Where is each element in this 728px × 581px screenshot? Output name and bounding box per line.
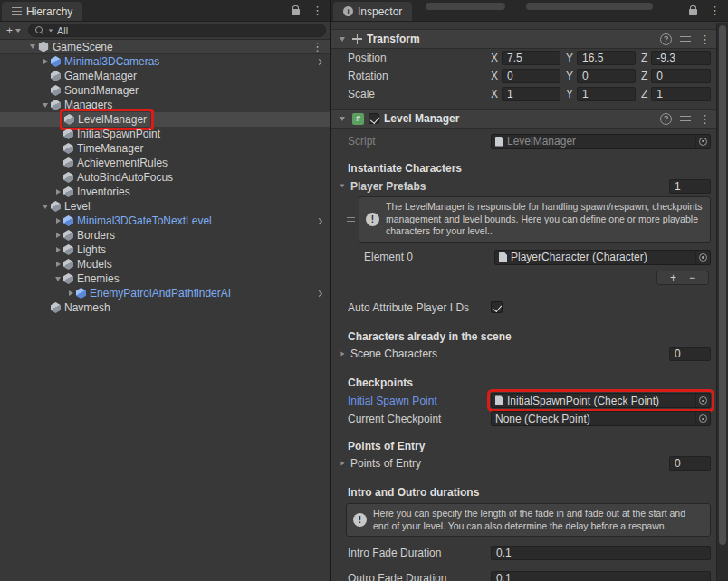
- points-of-entry-size-field[interactable]: [669, 456, 711, 471]
- initial-spawn-label[interactable]: Initial Spawn Point: [348, 395, 485, 407]
- object-picker-button[interactable]: [695, 412, 710, 425]
- hierarchy-search[interactable]: [28, 24, 326, 37]
- axis-x-label[interactable]: X: [491, 52, 498, 64]
- tree-item-autobindautofocus[interactable]: AutoBindAutoFocus: [0, 170, 330, 185]
- outro-fade-label[interactable]: Outro Fade Duration: [348, 572, 485, 581]
- tab-inspector[interactable]: i Inspector: [333, 2, 412, 21]
- lock-icon[interactable]: [689, 9, 697, 15]
- tree-item-minimal3dcameras[interactable]: Minimal3DCameras: [0, 54, 330, 69]
- foldout-arrow[interactable]: [337, 351, 348, 357]
- tree-item-timemanager[interactable]: TimeManager: [0, 141, 330, 156]
- tree-item-enemies[interactable]: Enemies: [0, 271, 330, 286]
- tree-item-inventories[interactable]: Inventories: [0, 185, 330, 199]
- level-manager-component-header[interactable]: # Level Manager ? ⋮: [331, 109, 716, 129]
- remove-element-button[interactable]: −: [689, 272, 695, 283]
- axis-x-label[interactable]: X: [491, 88, 498, 100]
- prefab-open-chevron-icon[interactable]: [316, 217, 322, 224]
- axis-z-label[interactable]: Z: [641, 52, 647, 64]
- auto-attribute-label[interactable]: Auto Attribute Player I Ds: [348, 301, 485, 314]
- points-of-entry-foldout[interactable]: Points of Entry: [331, 455, 716, 472]
- intro-fade-label[interactable]: Intro Fade Duration: [348, 547, 485, 559]
- auto-attribute-checkbox[interactable]: [491, 301, 503, 313]
- component-kebab-icon[interactable]: ⋮: [699, 33, 711, 45]
- hierarchy-search-input[interactable]: [57, 25, 319, 36]
- rotation-label[interactable]: Rotation: [348, 70, 485, 82]
- component-enabled-checkbox[interactable]: [369, 113, 379, 124]
- foldout-arrow[interactable]: [53, 247, 63, 252]
- tree-item-levelmanager[interactable]: LevelManager: [0, 112, 330, 127]
- rotation-y-field[interactable]: [577, 69, 636, 83]
- player-prefabs-foldout[interactable]: Player Prefabs: [331, 177, 716, 195]
- tree-item-navmesh[interactable]: Navmesh: [0, 300, 330, 315]
- tree-item-soundmanager[interactable]: SoundManager: [0, 83, 330, 98]
- foldout-arrow[interactable]: [65, 290, 76, 296]
- scene-kebab-icon[interactable]: ⋮: [311, 41, 323, 52]
- kebab-menu-icon[interactable]: ⋮: [709, 5, 721, 16]
- inspector-scrollbar[interactable]: [716, 23, 728, 581]
- rotation-z-field[interactable]: [651, 69, 711, 83]
- element0-object-field[interactable]: PlayerCharacter (Character): [494, 250, 711, 265]
- foldout-arrow[interactable]: [40, 59, 51, 64]
- object-picker-button[interactable]: [695, 251, 710, 264]
- axis-y-label[interactable]: Y: [566, 70, 573, 82]
- axis-z-label[interactable]: Z: [641, 88, 647, 100]
- foldout-arrow[interactable]: [337, 184, 348, 188]
- tree-item-borders[interactable]: Borders: [0, 228, 330, 243]
- foldout-arrow[interactable]: [337, 37, 348, 42]
- foldout-arrow[interactable]: [27, 44, 38, 49]
- position-z-field[interactable]: [651, 51, 711, 65]
- rotation-x-field[interactable]: [502, 69, 560, 83]
- position-x-field[interactable]: [502, 51, 560, 65]
- scene-characters-size-field[interactable]: [669, 347, 711, 361]
- component-kebab-icon[interactable]: ⋮: [699, 113, 711, 125]
- help-icon[interactable]: ?: [660, 33, 672, 45]
- foldout-arrow[interactable]: [337, 117, 348, 121]
- scale-z-field[interactable]: [651, 87, 711, 101]
- lock-icon[interactable]: [292, 9, 300, 15]
- presets-icon[interactable]: [680, 114, 691, 123]
- kebab-menu-icon[interactable]: ⋮: [311, 5, 323, 16]
- add-element-button[interactable]: +: [670, 272, 676, 283]
- current-checkpoint-label[interactable]: Current Checkpoint: [348, 413, 485, 425]
- axis-y-label[interactable]: Y: [566, 52, 573, 64]
- scale-label[interactable]: Scale: [348, 88, 485, 100]
- prefab-open-chevron-icon[interactable]: [316, 58, 322, 64]
- foldout-arrow[interactable]: [53, 262, 63, 267]
- tree-item-level[interactable]: Level: [0, 199, 330, 214]
- tree-item-initialspawnpoint[interactable]: InitialSpawnPoint: [0, 127, 330, 141]
- intro-fade-field[interactable]: [491, 546, 711, 560]
- object-picker-button[interactable]: [695, 394, 710, 407]
- current-checkpoint-object-field[interactable]: None (Check Point): [491, 411, 711, 426]
- axis-y-label[interactable]: Y: [566, 88, 573, 100]
- object-picker-button[interactable]: [695, 135, 710, 148]
- foldout-arrow[interactable]: [53, 277, 63, 281]
- add-object-button[interactable]: +: [5, 24, 23, 37]
- scrollbar-thumb[interactable]: [719, 25, 726, 545]
- foldout-arrow[interactable]: [53, 233, 63, 238]
- scene-row[interactable]: GameScene ⋮: [0, 40, 330, 54]
- prefab-open-chevron-icon[interactable]: [316, 290, 322, 296]
- player-prefabs-size-field[interactable]: [669, 179, 711, 194]
- foldout-arrow[interactable]: [53, 218, 63, 224]
- script-object-field[interactable]: LevelManager: [491, 134, 711, 149]
- element0-label[interactable]: Element 0: [364, 251, 491, 263]
- tree-item-models[interactable]: Models: [0, 257, 330, 271]
- tree-item-enemypatrol[interactable]: EnemyPatrolAndPathfinderAI: [0, 286, 330, 300]
- axis-z-label[interactable]: Z: [641, 70, 647, 82]
- position-label[interactable]: Position: [348, 52, 485, 64]
- outro-fade-field[interactable]: [491, 571, 711, 581]
- presets-icon[interactable]: [680, 34, 691, 43]
- foldout-arrow[interactable]: [40, 205, 51, 209]
- tree-item-achievementrules[interactable]: AchievementRules: [0, 156, 330, 170]
- tree-item-lights[interactable]: Lights: [0, 243, 330, 257]
- scale-y-field[interactable]: [577, 87, 636, 101]
- tree-item-minimal3dgate[interactable]: Minimal3DGateToNextLevel: [0, 214, 330, 228]
- drag-handle-icon[interactable]: [346, 196, 356, 243]
- foldout-arrow[interactable]: [40, 103, 51, 108]
- axis-x-label[interactable]: X: [491, 70, 498, 82]
- help-icon[interactable]: ?: [660, 113, 672, 125]
- tree-item-managers[interactable]: Managers: [0, 98, 330, 112]
- foldout-arrow[interactable]: [53, 189, 63, 195]
- foldout-arrow[interactable]: [337, 461, 348, 466]
- initial-spawn-object-field[interactable]: InitialSpawnPoint (Check Point): [491, 393, 711, 408]
